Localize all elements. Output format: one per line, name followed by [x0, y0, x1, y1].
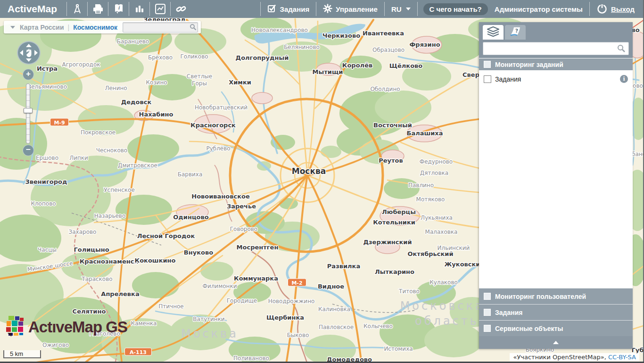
map-label: Истра [37, 65, 58, 72]
hand-icon [25, 48, 33, 58]
power-icon [596, 3, 608, 16]
pan-down-icon[interactable] [26, 58, 32, 62]
map-label: Видное [318, 283, 344, 290]
map-label: Дмитровское [118, 162, 157, 169]
map-label: Агрогородок [62, 61, 100, 68]
map-label: Светлые [187, 73, 212, 80]
reference-button[interactable]: i [108, 0, 129, 18]
map-label: Мытищи [313, 68, 343, 75]
layer-group-tasks[interactable]: Задания [479, 304, 633, 320]
map-label: Образцово [372, 47, 405, 53]
group-checkbox[interactable] [484, 309, 491, 316]
layer-checkbox[interactable] [484, 75, 491, 83]
road-shield: А-113 [125, 348, 152, 355]
nav-management[interactable]: Управление [316, 0, 384, 18]
map-label: Щёлково [389, 62, 423, 69]
basemap-option-satellite[interactable]: Космоснимок [73, 24, 117, 31]
map-label: Козино [146, 79, 167, 86]
map-label: Говорово [230, 226, 257, 232]
map-search-input[interactable] [124, 23, 188, 32]
map-label: Ильинский [438, 245, 470, 251]
map-label: Новоивановское [191, 193, 250, 200]
map-label: Нахабино [139, 111, 173, 118]
print-button[interactable] [88, 0, 108, 18]
zoom-in-button[interactable]: + [23, 69, 34, 80]
info-icon[interactable]: i [620, 75, 628, 83]
map-label: Коммунарка [234, 275, 278, 282]
map-label: Москва [292, 166, 326, 176]
map-label: Барвиха [178, 171, 203, 178]
zoom-slider-handle[interactable] [24, 108, 33, 113]
map-label: область [415, 314, 479, 328]
group-checkbox[interactable] [484, 293, 491, 300]
map-label: Голицыно [74, 246, 109, 253]
map-label: Городище [227, 297, 257, 304]
search-icon[interactable] [190, 24, 197, 33]
logo-mosaic-icon [5, 315, 25, 339]
layer-search-input[interactable] [486, 43, 615, 54]
language-dropdown[interactable]: RU [385, 0, 417, 18]
group-checkbox[interactable] [484, 61, 491, 68]
map-label: бано [632, 151, 644, 157]
map-label: Баранцево [117, 38, 149, 45]
map-label: Голиково [180, 53, 208, 60]
map-label: Химки [229, 79, 251, 86]
layer-panel-tabs: ? [479, 22, 633, 40]
map-label: Рублёво [206, 145, 230, 152]
nav-management-label: Управление [336, 5, 378, 13]
map-label: Котельники [373, 219, 415, 226]
statistics-button[interactable] [129, 0, 149, 18]
panel-collapse-button[interactable] [479, 336, 633, 349]
attribution-license-link[interactable]: CC-BY-SA [608, 354, 636, 361]
map-label: ово [633, 82, 643, 89]
basemap-option-map[interactable]: Карта России [20, 24, 64, 31]
layer-row-tasks[interactable]: Задания i [479, 70, 633, 88]
map-label: Новоалександрово [251, 27, 308, 33]
group-label: Мониторинг пользователей [495, 293, 586, 300]
map-label: Часцы [38, 247, 57, 253]
chevron-down-icon[interactable] [10, 26, 15, 29]
scale-label: 5 km [10, 350, 23, 357]
getting-started-button[interactable]: С чего начать? [423, 3, 488, 15]
pan-up-icon[interactable] [26, 44, 32, 47]
nav-tasks[interactable]: Задания [261, 0, 316, 18]
map-label: Губи [632, 346, 644, 354]
layer-group-monitoring-tasks[interactable]: Мониторинг заданий [479, 58, 633, 70]
map-label: Люберцы [382, 208, 416, 215]
map-label: Восточный [373, 122, 412, 129]
group-checkbox[interactable] [484, 325, 491, 332]
pan-right-icon[interactable] [34, 50, 38, 56]
map-label: Быково [287, 332, 309, 338]
zoom-slider-track[interactable] [26, 83, 30, 144]
search-icon[interactable] [617, 44, 626, 55]
layers-icon [487, 26, 500, 39]
map-label: Фрязино [409, 41, 440, 48]
map-label: Москва [181, 327, 239, 340]
gear-icon [323, 4, 332, 15]
link-button[interactable] [171, 0, 191, 18]
pan-control[interactable] [17, 41, 41, 65]
measure-button[interactable] [67, 0, 87, 18]
layer-group-service-objects[interactable]: Сервисные объекты [479, 320, 633, 336]
layer-group-monitoring-users[interactable]: Мониторинг пользователей [479, 288, 633, 304]
logout-button[interactable]: Выход [590, 0, 644, 18]
map-label: Мотяково [416, 196, 445, 203]
map-label: Назарьево [94, 213, 126, 219]
top-toolbar: ActiveMap i Задания Управление RU С чего… [0, 0, 644, 18]
map-label: Липки [69, 155, 88, 161]
map-label: Кулаково [429, 279, 458, 286]
logout-label: Выход [611, 5, 635, 13]
map-label: Лыткарино [375, 268, 414, 275]
pan-left-icon[interactable] [20, 50, 23, 56]
map-label: Ивантеевка [363, 30, 404, 37]
map-label: Жуковский [444, 261, 484, 268]
logo-text: ActıveMap GS [28, 318, 127, 336]
printer-icon [92, 4, 104, 14]
tab-legend[interactable]: ? [505, 25, 526, 40]
zoom-out-button[interactable]: − [23, 145, 34, 156]
graphs-button[interactable] [150, 0, 170, 18]
map-label: Беляниново [284, 44, 320, 50]
tab-layers[interactable] [483, 25, 504, 40]
layer-search-box [483, 42, 629, 55]
map-label: Титово [398, 288, 420, 295]
